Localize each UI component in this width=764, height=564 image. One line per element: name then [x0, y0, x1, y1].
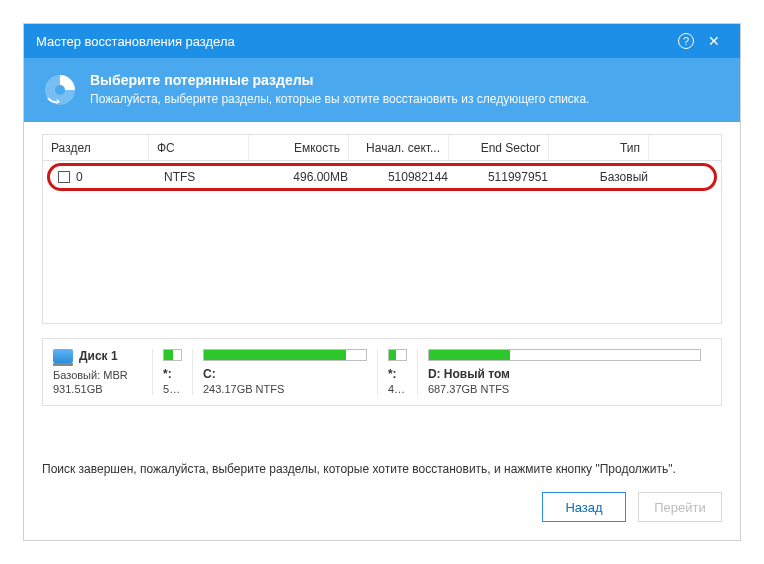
- cell-partition: 0: [50, 166, 156, 188]
- table-row[interactable]: 0 NTFS 496.00MB 510982144 511997951 Базо…: [47, 163, 717, 191]
- disk-main[interactable]: Диск 1 Базовый: MBR 931.51GB: [53, 349, 153, 395]
- p1-star: *:: [163, 367, 182, 381]
- partition-box-1[interactable]: *: 50...: [163, 349, 193, 395]
- col-fs[interactable]: ФС: [149, 135, 249, 160]
- disk-type: Базовый: MBR: [53, 369, 142, 381]
- partition-box-3[interactable]: *: 49...: [388, 349, 418, 395]
- col-partition[interactable]: Раздел: [43, 135, 149, 160]
- p2-size: 243.17GB NTFS: [203, 383, 367, 395]
- recovery-icon: [42, 72, 78, 108]
- titlebar: Мастер восстановления раздела ? ✕: [24, 24, 740, 58]
- banner-text: Выберите потерянные разделы Пожалуйста, …: [90, 72, 589, 106]
- banner-subtitle: Пожалуйста, выберите разделы, которые вы…: [90, 92, 589, 106]
- col-end-sector[interactable]: End Sector: [449, 135, 549, 160]
- cell-start: 510982144: [356, 166, 456, 188]
- close-icon: ✕: [708, 33, 720, 49]
- p3-size: 49...: [388, 383, 407, 395]
- p4-size: 687.37GB NTFS: [428, 383, 701, 395]
- p2-name: C:: [203, 367, 367, 381]
- col-type[interactable]: Тип: [549, 135, 649, 160]
- p4-name: D: Новый том: [428, 367, 701, 381]
- cell-capacity: 496.00MB: [256, 166, 356, 188]
- wizard-window: Мастер восстановления раздела ? ✕ Выбери…: [23, 23, 741, 541]
- close-button[interactable]: ✕: [700, 27, 728, 55]
- p1-size: 50...: [163, 383, 182, 395]
- col-capacity[interactable]: Емкость: [249, 135, 349, 160]
- content-area: Раздел ФС Емкость Начал. сект... End Sec…: [24, 122, 740, 448]
- partition-table: Раздел ФС Емкость Начал. сект... End Sec…: [42, 134, 722, 324]
- help-button[interactable]: ?: [672, 27, 700, 55]
- cell-fs: NTFS: [156, 166, 256, 188]
- partition-box-2[interactable]: C: 243.17GB NTFS: [203, 349, 378, 395]
- svg-point-1: [55, 85, 65, 95]
- p3-star: *:: [388, 367, 407, 381]
- table-header: Раздел ФС Емкость Начал. сект... End Sec…: [43, 135, 721, 161]
- footer-message: Поиск завершен, пожалуйста, выберите раз…: [24, 448, 740, 476]
- col-start-sector[interactable]: Начал. сект...: [349, 135, 449, 160]
- back-button[interactable]: Назад: [542, 492, 626, 522]
- disk-icon: [53, 349, 73, 363]
- partition-box-4[interactable]: D: Новый том 687.37GB NTFS: [428, 349, 711, 395]
- row-checkbox[interactable]: [58, 171, 70, 183]
- banner-title: Выберите потерянные разделы: [90, 72, 589, 88]
- disk-name: Диск 1: [79, 349, 118, 363]
- button-bar: Назад Перейти: [24, 476, 740, 540]
- next-button: Перейти: [638, 492, 722, 522]
- disk-size: 931.51GB: [53, 383, 142, 395]
- banner: Выберите потерянные разделы Пожалуйста, …: [24, 58, 740, 122]
- disk-panel: Диск 1 Базовый: MBR 931.51GB *: 50... C:…: [42, 338, 722, 406]
- window-title: Мастер восстановления раздела: [36, 34, 672, 49]
- cell-partition-value: 0: [76, 170, 83, 184]
- help-icon: ?: [678, 33, 694, 49]
- cell-end: 511997951: [456, 166, 556, 188]
- cell-type: Базовый: [556, 166, 656, 188]
